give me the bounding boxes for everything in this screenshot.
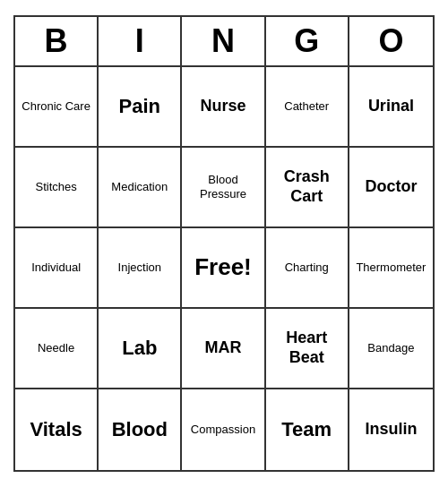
bingo-cell-r3-c0[interactable]: Needle (15, 309, 99, 389)
bingo-cell-r0-c0[interactable]: Chronic Care (15, 67, 99, 148)
bingo-cell-r2-c4[interactable]: Thermometer (349, 228, 433, 309)
header-letter: O (349, 17, 433, 65)
bingo-cell-r1-c4[interactable]: Doctor (349, 148, 433, 228)
bingo-cell-r1-c2[interactable]: Blood Pressure (182, 148, 265, 228)
bingo-cell-r0-c2[interactable]: Nurse (182, 67, 265, 148)
bingo-cell-r0-c1[interactable]: Pain (99, 67, 182, 148)
bingo-cell-r0-c3[interactable]: Catheter (266, 67, 349, 148)
bingo-cell-r4-c0[interactable]: Vitals (15, 389, 99, 470)
bingo-header: BINGO (15, 17, 433, 67)
header-letter: I (99, 17, 182, 65)
bingo-cell-r1-c0[interactable]: Stitches (15, 148, 99, 228)
bingo-cell-r1-c3[interactable]: Crash Cart (266, 148, 349, 228)
bingo-cell-r4-c1[interactable]: Blood (99, 389, 182, 470)
bingo-cell-r4-c4[interactable]: Insulin (349, 389, 433, 470)
header-letter: N (182, 17, 265, 65)
bingo-cell-r3-c1[interactable]: Lab (99, 309, 182, 389)
bingo-cell-r4-c3[interactable]: Team (266, 389, 349, 470)
bingo-cell-r2-c2[interactable]: Free! (182, 228, 265, 309)
bingo-cell-r0-c4[interactable]: Urinal (349, 67, 433, 148)
bingo-cell-r3-c3[interactable]: Heart Beat (266, 309, 349, 389)
bingo-card: BINGO Chronic CarePainNurseCatheterUrina… (13, 15, 435, 472)
header-letter: G (266, 17, 349, 65)
bingo-cell-r3-c4[interactable]: Bandage (349, 309, 433, 389)
bingo-cell-r3-c2[interactable]: MAR (182, 309, 265, 389)
header-letter: B (15, 17, 99, 65)
bingo-cell-r2-c1[interactable]: Injection (99, 228, 182, 309)
bingo-cell-r1-c1[interactable]: Medication (99, 148, 182, 228)
bingo-cell-r2-c0[interactable]: Individual (15, 228, 99, 309)
bingo-cell-r4-c2[interactable]: Compassion (182, 389, 265, 470)
bingo-grid: Chronic CarePainNurseCatheterUrinalStitc… (15, 67, 433, 470)
bingo-cell-r2-c3[interactable]: Charting (266, 228, 349, 309)
